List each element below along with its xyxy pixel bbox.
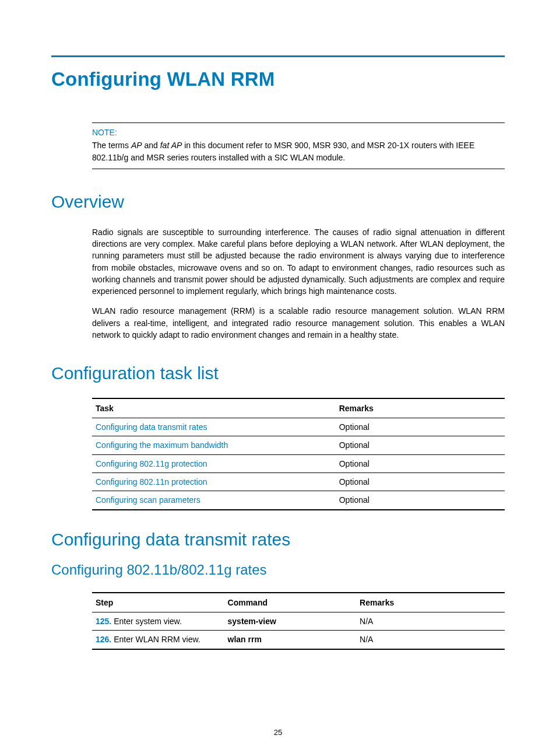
table-row: 125. Enter system view. system-view N/A bbox=[92, 612, 505, 631]
task-remarks: Optional bbox=[336, 454, 505, 473]
table-row: Configuring data transmit rates Optional bbox=[92, 418, 505, 436]
task-table: Task Remarks Configuring data transmit r… bbox=[92, 398, 505, 510]
step-desc: Enter system view. bbox=[111, 617, 182, 626]
overview-para1: Radio signals are susceptible to surroun… bbox=[92, 226, 505, 298]
rates-header-remarks: Remarks bbox=[356, 593, 505, 612]
task-link[interactable]: Configuring data transmit rates bbox=[96, 422, 207, 432]
task-link[interactable]: Configuring 802.11g protection bbox=[96, 459, 207, 468]
step-remarks: N/A bbox=[356, 631, 505, 649]
note-italic-ap: AP bbox=[131, 141, 142, 150]
table-row: Configuring 802.11n protection Optional bbox=[92, 473, 505, 491]
heading-rates-sub: Configuring 802.11b/802.11g rates bbox=[51, 560, 505, 580]
task-remarks: Optional bbox=[336, 436, 505, 454]
heading-rates: Configuring data transmit rates bbox=[51, 527, 505, 552]
note-italic-fatap: fat AP bbox=[160, 141, 182, 150]
task-link[interactable]: Configuring 802.11n protection bbox=[96, 477, 207, 487]
note-prefix: The terms bbox=[92, 141, 131, 150]
note-box: NOTE: The terms AP and fat AP in this do… bbox=[92, 123, 505, 169]
heading-overview: Overview bbox=[51, 189, 505, 215]
rates-table: Step Command Remarks 125. Enter system v… bbox=[92, 592, 505, 650]
task-link[interactable]: Configuring the maximum bandwidth bbox=[96, 440, 228, 450]
rates-header-command: Command bbox=[224, 593, 357, 612]
overview-para2: WLAN radio resource management (RRM) is … bbox=[92, 305, 505, 341]
step-command: system-view bbox=[228, 617, 276, 626]
task-remarks: Optional bbox=[336, 473, 505, 491]
note-text: The terms AP and fat AP in this document… bbox=[92, 139, 505, 164]
note-label: NOTE: bbox=[92, 127, 505, 138]
step-remarks: N/A bbox=[356, 612, 505, 631]
task-link[interactable]: Configuring scan parameters bbox=[96, 495, 200, 505]
step-number: 126. bbox=[96, 635, 111, 644]
task-header-remarks: Remarks bbox=[336, 398, 505, 418]
task-remarks: Optional bbox=[336, 491, 505, 510]
rates-header-step: Step bbox=[92, 593, 224, 612]
table-row: Configuring scan parameters Optional bbox=[92, 491, 505, 510]
table-row: 126. Enter WLAN RRM view. wlan rrm N/A bbox=[92, 631, 505, 649]
table-row: Configuring 802.11g protection Optional bbox=[92, 454, 505, 473]
table-row: Configuring the maximum bandwidth Option… bbox=[92, 436, 505, 454]
page-title: Configuring WLAN RRM bbox=[51, 65, 505, 93]
heading-tasklist: Configuration task list bbox=[51, 360, 505, 386]
step-command: wlan rrm bbox=[228, 635, 262, 644]
task-header-task: Task bbox=[92, 398, 336, 418]
step-number: 125. bbox=[96, 617, 111, 626]
page-number: 25 bbox=[0, 727, 556, 738]
task-remarks: Optional bbox=[336, 418, 505, 436]
step-desc: Enter WLAN RRM view. bbox=[111, 635, 200, 644]
top-rule bbox=[51, 55, 505, 57]
note-middle: and bbox=[142, 141, 160, 150]
